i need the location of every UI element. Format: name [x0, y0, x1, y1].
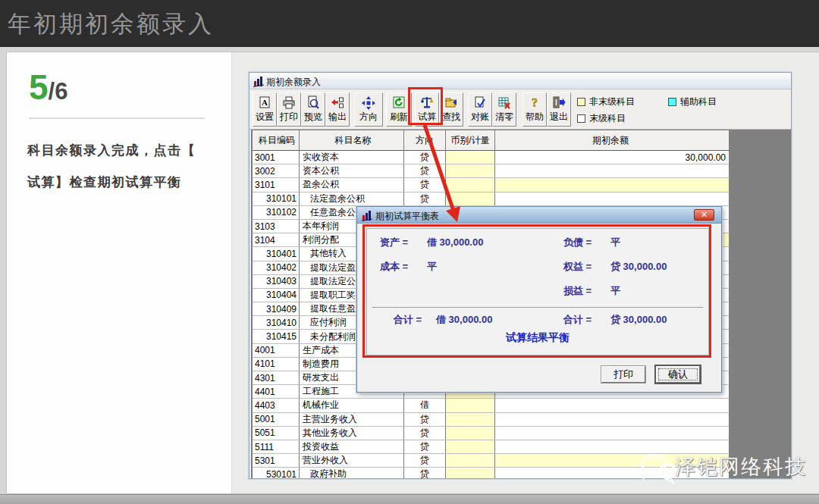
auxiliary-color-swatch: [668, 98, 676, 106]
cell-account-code: 3002: [253, 164, 300, 178]
close-icon[interactable]: ✕: [694, 209, 714, 221]
cell-direction: 贷: [404, 427, 446, 440]
cell-account-code: 310102: [253, 206, 300, 220]
legend-non-leaf: 非末级科目: [577, 95, 635, 108]
cell-account-code: 530101: [253, 468, 300, 479]
column-header-currency[interactable]: 币别/计量: [446, 130, 495, 151]
grid-background: [730, 130, 791, 479]
cell-direction: 贷: [404, 193, 446, 206]
liability-label: 负债 =: [563, 236, 592, 249]
cell-opening-balance[interactable]: [495, 454, 730, 468]
cell-account-name: 政府补助: [300, 468, 404, 479]
column-header-direction[interactable]: 方向: [404, 130, 446, 151]
print-dialog-button[interactable]: 打印: [601, 366, 645, 383]
svg-text:?: ?: [532, 96, 538, 109]
trial-balance-button[interactable]: 试算: [415, 92, 439, 127]
table-row[interactable]: 530101 政府补助 贷: [253, 468, 730, 479]
cell-account-code: 3001: [253, 151, 300, 164]
dialog-titlebar[interactable]: 期初试算平衡表 ✕: [357, 207, 721, 224]
find-button[interactable]: 查找: [439, 92, 463, 127]
table-row[interactable]: 5111 投资收益 贷: [253, 440, 730, 454]
cell-currency[interactable]: [446, 399, 495, 412]
cell-opening-balance[interactable]: [495, 468, 730, 479]
asset-value: 借 30,000.00: [427, 236, 483, 249]
cell-direction: 贷: [404, 413, 446, 427]
exit-button[interactable]: 退出: [547, 92, 571, 127]
trial-balance-result: 试算结果平衡: [366, 331, 709, 345]
reconcile-button[interactable]: 对账: [468, 92, 492, 127]
cost-value: 平: [427, 260, 437, 274]
column-header-name[interactable]: 科目名称: [300, 130, 404, 151]
direction-button[interactable]: 方向: [354, 92, 383, 127]
cell-currency[interactable]: [446, 454, 495, 468]
cell-opening-balance[interactable]: [495, 413, 730, 427]
table-row[interactable]: 5001 主营业务收入 贷: [253, 413, 730, 427]
print-button[interactable]: 打印: [277, 92, 301, 127]
export-icon: [331, 95, 344, 111]
cell-account-code: 3104: [253, 233, 300, 247]
top-banner: 年初期初余额录入: [0, 0, 819, 47]
cell-account-code: 310410: [253, 316, 300, 330]
bottom-strip: [0, 494, 819, 504]
table-row[interactable]: 3101 盈余公积 贷: [253, 178, 730, 192]
cell-account-name: 机械作业: [300, 399, 404, 412]
cell-account-code: 310101: [253, 193, 300, 206]
toolbar: A 设置 打印 预览 输出 方向 刷新: [249, 89, 791, 130]
help-button[interactable]: ? 帮助: [522, 92, 547, 127]
total-debit-label: 合计 =: [394, 313, 422, 327]
step-description: 科目余额录入完成，点击【 试算】检查期初试算平衡: [27, 135, 217, 199]
table-row[interactable]: 4403 机械作业 借: [253, 399, 730, 412]
table-header: 科目编码 科目名称 方向 币别/计量 期初余额: [253, 130, 730, 151]
reconcile-check-icon: [473, 95, 487, 111]
table-row[interactable]: 3002 资本公积 贷: [253, 164, 730, 178]
preview-button[interactable]: 预览: [301, 92, 325, 127]
cell-currency[interactable]: [446, 151, 495, 164]
cell-opening-balance[interactable]: [495, 399, 730, 412]
dialog-divider: [372, 307, 703, 308]
table-row[interactable]: 5301 营业外收入 贷: [253, 454, 730, 468]
cell-currency[interactable]: [446, 440, 495, 454]
cell-account-name: 营业外收入: [300, 454, 404, 468]
cell-account-code: 4403: [253, 399, 300, 412]
cell-currency[interactable]: [446, 193, 495, 206]
cell-currency[interactable]: [446, 413, 495, 427]
liability-value: 平: [610, 236, 620, 249]
refresh-icon: [392, 95, 406, 111]
cell-opening-balance[interactable]: [495, 164, 730, 178]
settings-button[interactable]: A 设置: [253, 92, 277, 127]
cell-account-code: 4101: [253, 358, 300, 371]
cell-direction: 贷: [404, 178, 446, 192]
cell-opening-balance[interactable]: [495, 427, 730, 440]
cell-opening-balance[interactable]: [495, 193, 730, 206]
column-header-balance[interactable]: 期初余额: [495, 130, 730, 151]
table-row[interactable]: 5051 其他业务收入 贷: [253, 427, 730, 440]
cell-opening-balance[interactable]: 30,000.00: [495, 151, 730, 164]
clear-zero-button[interactable]: 清零: [492, 92, 516, 127]
cell-account-code: 5111: [253, 440, 300, 454]
cell-opening-balance[interactable]: [495, 178, 730, 192]
help-icon: ?: [528, 95, 541, 111]
cell-opening-balance[interactable]: [495, 440, 730, 454]
window-title: 期初余额录入: [266, 76, 321, 89]
cell-account-code: 4401: [253, 385, 300, 399]
export-button[interactable]: 输出: [325, 92, 350, 127]
equity-value: 贷 30,000.00: [610, 260, 667, 274]
step-description-line1: 科目余额录入完成，点击【: [27, 135, 217, 167]
bar-chart-icon: [253, 75, 265, 87]
window-titlebar[interactable]: 期初余额录入: [249, 73, 791, 89]
table-row[interactable]: 3001 实收资本 贷 30,000.00: [253, 151, 730, 164]
cell-direction: 贷: [404, 468, 446, 479]
refresh-button[interactable]: 刷新: [386, 92, 412, 127]
column-header-code[interactable]: 科目编码: [253, 130, 300, 151]
cell-currency[interactable]: [446, 427, 495, 440]
total-debit-value: 借 30,000.00: [436, 313, 492, 327]
clear-zero-icon: [497, 95, 511, 111]
table-row[interactable]: 310101 法定盈余公积 贷: [253, 193, 730, 206]
cell-currency[interactable]: [446, 164, 495, 178]
cell-account-code: 4301: [253, 371, 300, 385]
cell-account-code: 310402: [253, 261, 300, 275]
cell-currency[interactable]: [446, 468, 495, 479]
cell-currency[interactable]: [446, 178, 495, 192]
cell-account-code: 310404: [253, 289, 300, 302]
confirm-button[interactable]: 确认: [656, 366, 700, 383]
